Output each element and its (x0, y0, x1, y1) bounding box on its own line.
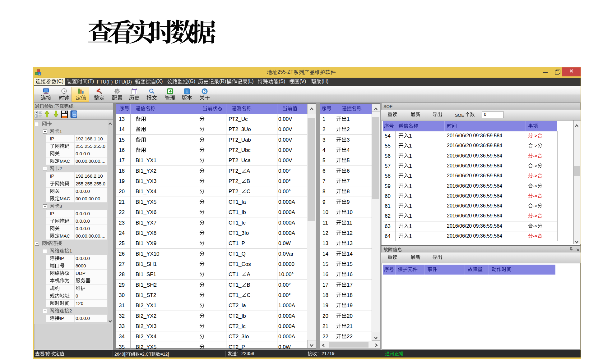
svg-text:i: i (186, 89, 188, 94)
svg-text:?: ? (203, 90, 206, 93)
svg-text:c: c (39, 73, 40, 75)
svg-text:W: W (73, 113, 76, 116)
